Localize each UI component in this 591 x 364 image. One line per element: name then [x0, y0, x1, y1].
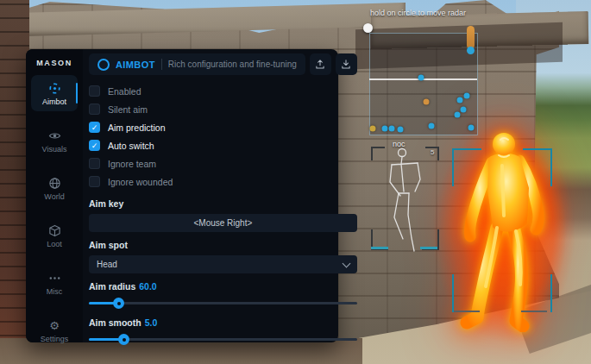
toggle-ignore-team[interactable]: Ignore team	[89, 154, 357, 173]
aim-smooth-label: Aim smooth5.0	[89, 317, 357, 328]
sidebar-item-world[interactable]: World	[31, 170, 78, 206]
toggle-ignore-wounded[interactable]: Ignore wounded	[89, 173, 357, 191]
toggle-label: Enabled	[108, 86, 141, 97]
aim-spot-value: Head	[97, 260, 117, 269]
checkbox	[89, 104, 100, 115]
aim-key-label: Aim key	[89, 198, 357, 209]
aim-radius-label: Aim radius60.0	[89, 281, 357, 292]
esp-corner-line	[452, 274, 454, 312]
target-ring-icon	[97, 59, 110, 71]
sidebar-item-visuals[interactable]: Visuals	[31, 122, 78, 159]
esp-corner-line	[523, 148, 552, 150]
checkbox	[89, 176, 100, 187]
radar-box	[369, 33, 478, 135]
toggle-label: Silent aim	[108, 104, 148, 115]
section-subtitle: Rich configuration and fine-tuning	[168, 60, 297, 69]
aim-spot-label: Aim spot	[89, 240, 357, 250]
radar-drag-handle[interactable]	[363, 23, 373, 33]
panel-main: AIMBOT Rich configuration and fine-tunin…	[83, 49, 372, 342]
aim-radius-value: 60.0	[139, 281, 156, 292]
toggle-list: Enabled Silent aim Aim prediction Auto s…	[89, 82, 357, 191]
toggle-label: Auto switch	[108, 141, 154, 151]
sidebar-item-label: Loot	[47, 240, 62, 248]
glowing-player-model	[449, 121, 578, 332]
esp-corner-line	[550, 148, 552, 186]
upload-icon	[315, 59, 325, 70]
checkbox	[89, 140, 100, 151]
sidebar: MASON Aimbot Visuals	[26, 49, 83, 342]
import-config-button[interactable]	[310, 53, 331, 75]
sidebar-item-label: Misc	[47, 287, 63, 296]
checkbox	[89, 122, 100, 133]
divider	[161, 59, 162, 70]
cube-icon	[47, 223, 61, 237]
esp-corner-line	[452, 148, 481, 150]
slider-label-text: Aim smooth	[89, 317, 141, 328]
brand-name: MASON	[36, 59, 72, 67]
chevron-down-icon	[342, 259, 350, 267]
sidebar-item-label: Settings	[41, 335, 69, 343]
sidebar-item-misc[interactable]: Misc	[31, 265, 78, 301]
crosshair-icon	[47, 81, 61, 95]
marker-dot	[467, 47, 475, 54]
toggle-silent-aim[interactable]: Silent aim	[89, 100, 357, 118]
checkbox	[89, 158, 100, 169]
toggle-label: Ignore wounded	[108, 177, 173, 187]
aim-smooth-slider[interactable]	[89, 333, 357, 346]
slider-thumb[interactable]	[118, 334, 129, 345]
sidebar-item-aimbot[interactable]: Aimbot	[31, 75, 78, 111]
sidebar-item-loot[interactable]: Loot	[31, 217, 78, 254]
ellipsis-icon	[47, 271, 61, 285]
sidebar-item-settings[interactable]: ⚙ Settings	[31, 312, 78, 348]
slider-label-text: Aim radius	[89, 281, 135, 292]
esp-corner-line	[454, 311, 480, 312]
globe-icon	[47, 176, 61, 190]
checkbox	[89, 85, 100, 97]
esp-corner-line	[550, 274, 552, 312]
gear-icon: ⚙	[47, 318, 61, 332]
slider-track[interactable]	[89, 302, 357, 304]
toggle-label: Aim prediction	[108, 122, 166, 133]
slider-thumb[interactable]	[113, 298, 124, 309]
section-title: AIMBOT	[116, 60, 155, 70]
skeleton-esp	[369, 141, 443, 254]
esp-corner-line	[452, 148, 454, 186]
section-header: AIMBOT Rich configuration and fine-tunin…	[89, 53, 305, 75]
brick-wall-left	[0, 0, 29, 364]
aim-radius-slider[interactable]	[89, 297, 357, 310]
sidebar-item-label: Visuals	[42, 145, 67, 154]
aim-smooth-value: 5.0	[145, 317, 158, 328]
sidebar-item-label: World	[44, 192, 64, 201]
aim-spot-select[interactable]: Head	[89, 255, 357, 273]
game-screen: noc 5 hold on circle to move radar	[0, 0, 591, 364]
sidebar-item-label: Aimbot	[42, 97, 66, 106]
radar-axis-line	[369, 78, 477, 80]
toggle-aim-prediction[interactable]: Aim prediction	[89, 118, 357, 136]
sidebar-nav: Aimbot Visuals World	[26, 75, 83, 348]
export-config-button[interactable]	[336, 53, 357, 75]
toggle-enabled[interactable]: Enabled	[89, 82, 357, 100]
aim-key-bind-button[interactable]: <Mouse Right>	[89, 214, 357, 232]
cheat-menu-panel: MASON Aimbot Visuals	[26, 49, 338, 342]
toggle-auto-switch[interactable]: Auto switch	[89, 136, 357, 154]
esp-corner-line	[521, 311, 547, 312]
toggle-label: Ignore team	[108, 159, 156, 169]
download-icon	[341, 59, 351, 70]
radar-hint-text: hold on circle to move radar	[370, 9, 466, 17]
marker-capsule	[467, 26, 475, 49]
eye-icon	[47, 129, 61, 142]
